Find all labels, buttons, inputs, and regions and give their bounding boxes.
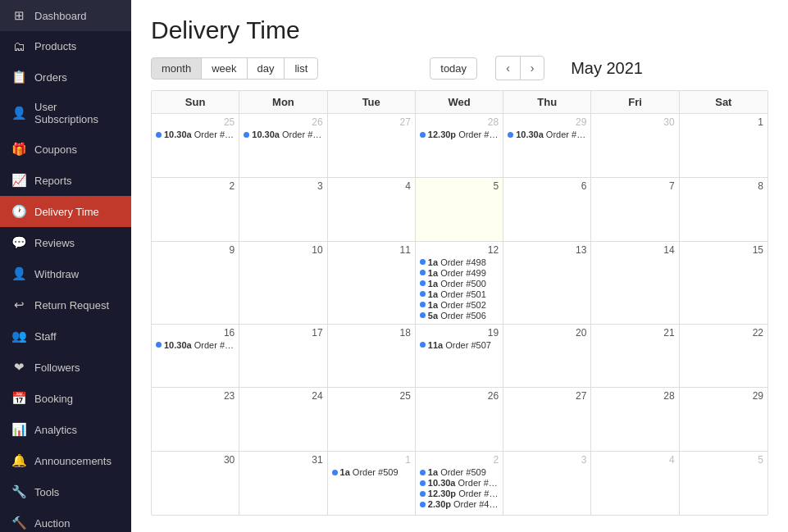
sidebar-item-reviews[interactable]: 💬 Reviews: [0, 227, 131, 258]
cal-cell-2-2[interactable]: 11: [328, 242, 416, 324]
cal-cell-0-5[interactable]: 30: [591, 114, 679, 177]
sidebar-item-delivery-time[interactable]: 🕐 Delivery Time: [0, 196, 131, 227]
cal-cell-0-6[interactable]: 1: [680, 114, 768, 177]
event-text: 10.30a Order #478: [164, 130, 235, 139]
cal-cell-5-2[interactable]: 11a Order #509: [328, 452, 416, 515]
cal-cell-0-3[interactable]: 2812.30p Order #406: [416, 114, 503, 177]
calendar-event[interactable]: 12.30p Order #495: [420, 489, 499, 498]
event-dot: [420, 280, 426, 286]
calendar-event[interactable]: 1a Order #499: [420, 268, 499, 278]
day-number: 29: [508, 116, 586, 128]
cal-cell-2-6[interactable]: 15: [680, 242, 768, 324]
booking-icon: 📅: [11, 391, 26, 406]
cal-cell-2-1[interactable]: 10: [239, 242, 327, 324]
calendar-event[interactable]: 11a Order #507: [420, 340, 499, 350]
sidebar-item-auction[interactable]: 🔨 Auction: [0, 507, 131, 532]
cal-cell-3-0[interactable]: 1610.30a Order #497: [152, 325, 239, 388]
day-number: 22: [684, 327, 763, 339]
cal-cell-4-0[interactable]: 23: [152, 388, 239, 451]
cal-row-1: 2345678: [152, 178, 768, 242]
cal-cell-5-1[interactable]: 31: [239, 452, 327, 515]
view-btn-day[interactable]: day: [247, 57, 285, 80]
today-button[interactable]: today: [430, 57, 477, 80]
calendar-event[interactable]: 10.30a Order #494: [420, 478, 499, 488]
day-number: 1: [332, 454, 411, 466]
cal-cell-4-4[interactable]: 27: [503, 388, 591, 451]
cal-cell-5-4[interactable]: 3: [503, 452, 591, 515]
sidebar-item-staff[interactable]: 👥 Staff: [0, 321, 131, 352]
cal-cell-3-3[interactable]: 1911a Order #507: [416, 325, 503, 388]
cal-cell-0-1[interactable]: 2610.30a Order #475: [239, 114, 327, 177]
calendar-event[interactable]: 2.30p Order #496: [420, 499, 499, 509]
cal-cell-3-6[interactable]: 22: [680, 325, 768, 388]
cal-cell-4-3[interactable]: 26: [416, 388, 503, 451]
followers-icon: ❤: [11, 360, 26, 375]
cal-cell-1-5[interactable]: 7: [591, 178, 679, 241]
cal-cell-3-4[interactable]: 20: [503, 325, 591, 388]
cal-cell-4-5[interactable]: 28: [591, 388, 679, 451]
next-button[interactable]: ›: [520, 56, 544, 80]
cal-cell-0-2[interactable]: 27: [328, 114, 416, 177]
cal-cell-2-5[interactable]: 14: [591, 242, 679, 324]
calendar-event[interactable]: 10.30a Order #478: [156, 130, 235, 139]
calendar-event[interactable]: 5a Order #506: [420, 311, 499, 321]
view-btn-month[interactable]: month: [151, 57, 202, 80]
cal-cell-5-3[interactable]: 21a Order #50910.30a Order #49412.30p Or…: [416, 452, 503, 515]
calendar-event[interactable]: 10.30a Order #405: [508, 130, 586, 139]
sidebar-item-products[interactable]: 🗂 Products: [0, 31, 131, 61]
sidebar-item-dashboard[interactable]: ⊞ Dashboard: [0, 0, 131, 31]
calendar-event[interactable]: 10.30a Order #497: [156, 340, 235, 350]
event-dot: [244, 132, 249, 138]
event-dot: [420, 270, 426, 275]
sidebar-item-announcements[interactable]: 🔔 Announcements: [0, 445, 131, 476]
cal-header-mon: Mon: [239, 91, 327, 113]
calendar-event[interactable]: 10.30a Order #475: [244, 130, 322, 139]
sidebar-item-orders[interactable]: 📋 Orders: [0, 61, 131, 93]
cal-cell-3-2[interactable]: 18: [328, 325, 416, 388]
sidebar-item-analytics[interactable]: 📊 Analytics: [0, 414, 131, 445]
main-content: Delivery Time monthweekdaylist today ‹ ›…: [131, 0, 788, 532]
cal-cell-2-0[interactable]: 9: [152, 242, 239, 324]
sidebar-item-booking[interactable]: 📅 Booking: [0, 383, 131, 414]
event-dot: [508, 132, 513, 138]
cal-cell-5-6[interactable]: 5: [680, 452, 768, 515]
cal-cell-3-1[interactable]: 17: [239, 325, 327, 388]
sidebar-item-reports[interactable]: 📈 Reports: [0, 165, 131, 196]
calendar-event[interactable]: 1a Order #509: [332, 467, 411, 477]
calendar-event[interactable]: 1a Order #500: [420, 279, 499, 289]
prev-button[interactable]: ‹: [495, 56, 520, 80]
cal-cell-1-2[interactable]: 4: [328, 178, 416, 241]
sidebar-item-return-request[interactable]: ↩ Return Request: [0, 289, 131, 321]
month-label: May 2021: [558, 59, 656, 78]
cal-cell-1-3[interactable]: 5: [416, 178, 503, 241]
cal-cell-3-5[interactable]: 21: [591, 325, 679, 388]
cal-cell-5-5[interactable]: 4: [591, 452, 679, 515]
sidebar-item-user-subscriptions[interactable]: 👤 User Subscriptions: [0, 93, 131, 134]
sidebar-item-followers[interactable]: ❤ Followers: [0, 352, 131, 383]
cal-cell-0-4[interactable]: 2910.30a Order #405: [503, 114, 591, 177]
cal-cell-4-6[interactable]: 29: [680, 388, 768, 451]
view-btn-list[interactable]: list: [284, 57, 318, 80]
cal-cell-1-4[interactable]: 6: [503, 178, 591, 241]
sidebar-item-coupons[interactable]: 🎁 Coupons: [0, 134, 131, 165]
calendar-event[interactable]: 1a Order #501: [420, 289, 499, 299]
calendar-event[interactable]: 12.30p Order #406: [420, 130, 499, 139]
calendar-event[interactable]: 1a Order #502: [420, 300, 499, 310]
cal-cell-0-0[interactable]: 2510.30a Order #478: [152, 114, 239, 177]
cal-cell-5-0[interactable]: 30: [152, 452, 239, 515]
sidebar-item-tools[interactable]: 🔧 Tools: [0, 476, 131, 507]
cal-cell-1-1[interactable]: 3: [239, 178, 327, 241]
cal-cell-2-3[interactable]: 121a Order #4981a Order #4991a Order #50…: [416, 242, 503, 324]
cal-cell-2-4[interactable]: 13: [503, 242, 591, 324]
day-number: 2: [156, 180, 235, 192]
calendar-event[interactable]: 1a Order #509: [420, 467, 499, 477]
cal-cell-1-6[interactable]: 8: [680, 178, 768, 241]
sidebar-label-withdraw: Withdraw: [34, 268, 120, 280]
cal-cell-1-0[interactable]: 2: [152, 178, 239, 241]
view-btn-week[interactable]: week: [201, 57, 247, 80]
calendar-event[interactable]: 1a Order #498: [420, 257, 499, 267]
cal-cell-4-2[interactable]: 25: [328, 388, 416, 451]
sidebar-item-withdraw[interactable]: 👤 Withdraw: [0, 258, 131, 289]
day-number: 7: [595, 180, 674, 192]
cal-cell-4-1[interactable]: 24: [239, 388, 327, 451]
